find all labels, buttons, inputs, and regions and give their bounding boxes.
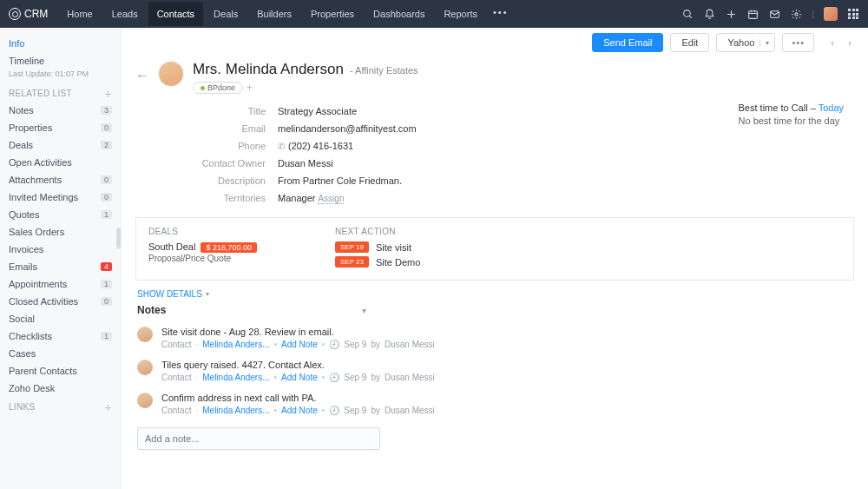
add-note-input[interactable]: [137, 427, 380, 450]
notes-heading: Notes: [137, 304, 166, 316]
svg-point-9: [795, 12, 798, 15]
sidebar-related-head: RELATED LIST +: [0, 83, 121, 102]
contact-name: Mrs. Melinda Anderson: [193, 61, 344, 77]
tag-dot-icon: [201, 86, 205, 90]
record-pager: ‹ ›: [825, 35, 858, 50]
note-avatar: [137, 393, 153, 408]
sidebar-item-sales-orders[interactable]: Sales Orders: [0, 223, 121, 241]
sidebar-item-open-activities[interactable]: Open Activities: [0, 154, 121, 171]
brand-label: CRM: [24, 8, 48, 20]
mail-icon[interactable]: [768, 8, 780, 20]
clock-icon: 🕘: [329, 373, 339, 382]
gear-icon[interactable]: [790, 8, 802, 20]
value-title[interactable]: Strategy Associate: [278, 106, 357, 116]
add-note-input-wrap: [137, 427, 380, 450]
next-action-row[interactable]: SEP 23Site Demo: [335, 256, 420, 268]
date-chip: SEP 23: [335, 256, 369, 268]
main-nav: Home Leads Contacts Deals Builders Prope…: [58, 2, 513, 26]
left-sidebar: Info Timeline Last Update: 01:07 PM RELA…: [0, 28, 122, 489]
label-owner: Contact Owner: [182, 158, 278, 169]
sidebar-item-zoho-desk[interactable]: Zoho Desk: [0, 380, 121, 397]
value-phone[interactable]: ✆(202) 416-1631: [278, 141, 353, 151]
sidebar-item-quotes[interactable]: Quotes1: [0, 206, 121, 223]
tag-bpdone[interactable]: BPdone: [193, 82, 243, 94]
label-territories: Territories: [182, 193, 278, 203]
sidebar-info[interactable]: Info: [0, 35, 121, 52]
nav-reports[interactable]: Reports: [435, 2, 486, 26]
add-tag-icon[interactable]: +: [247, 82, 253, 94]
value-description[interactable]: From Partner Cole Friedman.: [278, 175, 402, 186]
next-record-button[interactable]: ›: [842, 35, 858, 50]
yahoo-button[interactable]: Yahoo▾: [716, 33, 775, 52]
svg-rect-4: [748, 10, 757, 18]
top-nav: CRM Home Leads Contacts Deals Builders P…: [0, 0, 868, 28]
plus-icon[interactable]: [725, 8, 737, 20]
add-link-icon[interactable]: +: [105, 403, 112, 412]
nav-deals[interactable]: Deals: [205, 2, 247, 26]
note-contact-link[interactable]: Melinda Anders...: [202, 406, 269, 415]
nav-home[interactable]: Home: [58, 2, 101, 26]
sidebar-item-emails[interactable]: Emails4: [0, 258, 121, 275]
next-action-row[interactable]: SEP 19Site visit: [335, 241, 420, 253]
sidebar-item-appointments[interactable]: Appointments1: [0, 275, 121, 293]
deals-card: DEALS South Deal$ 216,700.00 Proposal/Pr…: [135, 217, 854, 281]
label-title: Title: [182, 106, 278, 116]
note-contact-link[interactable]: Melinda Anders...: [202, 340, 269, 349]
brand[interactable]: CRM: [9, 8, 48, 20]
send-email-button[interactable]: Send Email: [592, 33, 663, 52]
prev-record-button[interactable]: ‹: [825, 35, 840, 50]
add-note-link[interactable]: Add Note: [281, 406, 318, 415]
sidebar-item-checklists[interactable]: Checklists1: [0, 327, 121, 345]
bell-icon[interactable]: [703, 8, 715, 20]
sidebar-timeline[interactable]: Timeline: [0, 52, 121, 69]
record-header: ← Mrs. Melinda Anderson - Affinity Estat…: [122, 57, 868, 102]
nav-dashboards[interactable]: Dashboards: [365, 2, 433, 26]
note-row: Tiles query raised. 4427. Contact Alex. …: [122, 354, 868, 387]
sidebar-item-cases[interactable]: Cases: [0, 345, 121, 362]
show-details-toggle[interactable]: SHOW DETAILS▾: [122, 281, 868, 304]
today-link[interactable]: Today: [819, 102, 844, 113]
nav-contacts[interactable]: Contacts: [148, 2, 203, 26]
label-phone: Phone: [182, 141, 278, 151]
edit-button[interactable]: Edit: [670, 33, 709, 52]
value-owner[interactable]: Dusan Messi: [278, 158, 333, 169]
sidebar-item-invited-meetings[interactable]: Invited Meetings0: [0, 188, 121, 206]
user-avatar[interactable]: [824, 7, 838, 21]
note-meta: Contact·Melinda Anders...•Add Note•🕘Sep …: [161, 340, 435, 349]
sidebar-item-notes[interactable]: Notes3: [0, 102, 121, 119]
sidebar-item-closed-activities[interactable]: Closed Activities0: [0, 293, 121, 310]
contact-avatar[interactable]: [158, 61, 184, 87]
nav-builders[interactable]: Builders: [248, 2, 300, 26]
sidebar-item-parent-contacts[interactable]: Parent Contacts: [0, 362, 121, 380]
action-bar: Send Email Edit Yahoo▾ ••• ‹ ›: [122, 28, 868, 57]
assign-link[interactable]: Assign: [318, 194, 344, 204]
nav-more[interactable]: •••: [488, 2, 514, 26]
note-contact-link[interactable]: Melinda Anders...: [202, 373, 269, 382]
deal-name[interactable]: South Deal: [148, 241, 195, 252]
add-related-icon[interactable]: +: [105, 89, 112, 98]
add-note-link[interactable]: Add Note: [281, 373, 318, 382]
nav-leads[interactable]: Leads: [103, 2, 147, 26]
sidebar-item-invoices[interactable]: Invoices: [0, 241, 121, 258]
sidebar-item-attachments[interactable]: Attachments0: [0, 171, 121, 188]
add-note-link[interactable]: Add Note: [281, 340, 318, 349]
sidebar-item-properties[interactable]: Properties0: [0, 119, 121, 136]
value-email[interactable]: melindanderson@affinityest.com: [278, 123, 417, 134]
sidebar-item-deals[interactable]: Deals2: [0, 136, 121, 154]
more-actions-button[interactable]: •••: [782, 33, 814, 52]
back-arrow-icon[interactable]: ←: [135, 68, 149, 83]
detail-section: TitleStrategy Associate Emailmelindander…: [122, 102, 868, 207]
nav-properties[interactable]: Properties: [302, 2, 363, 26]
sidebar-scrollbar[interactable]: [116, 228, 121, 248]
notes-sort-icon[interactable]: ▾: [362, 306, 366, 315]
calendar-icon[interactable]: [746, 8, 759, 20]
best-time-panel: Best time to Call – Today No best time f…: [739, 102, 854, 207]
next-action-title: Site Demo: [376, 257, 420, 268]
topbar-right: |: [681, 7, 859, 21]
note-avatar: [137, 360, 153, 375]
apps-icon[interactable]: [847, 8, 859, 20]
sidebar-item-social[interactable]: Social: [0, 310, 121, 327]
sidebar-last-update: Last Update: 01:07 PM: [0, 69, 121, 83]
search-icon[interactable]: [681, 8, 694, 20]
clock-icon: 🕘: [329, 406, 339, 415]
